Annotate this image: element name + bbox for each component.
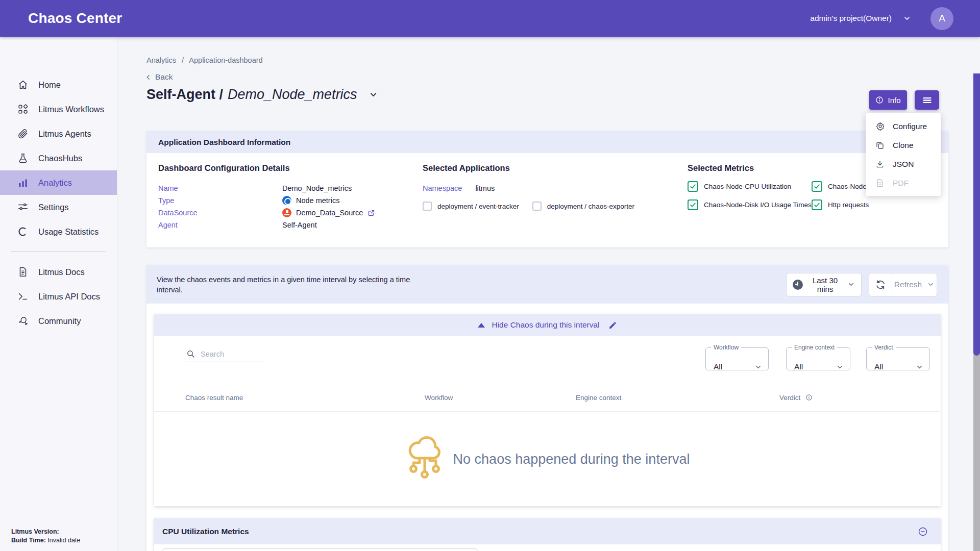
application-checkbox-chaos-exporter[interactable]: deployment / chaos-exporter [532, 202, 634, 211]
info-button-label: Info [888, 96, 900, 105]
scrollbar-track[interactable] [973, 73, 980, 551]
empty-message: No chaos happened during the interval [453, 452, 690, 467]
metric-checkbox-http-requests[interactable]: Http requests [812, 199, 945, 210]
avatar[interactable]: A [930, 7, 953, 30]
cpu-section-title: CPU Utilization Metrics [162, 527, 249, 536]
search-icon [186, 349, 195, 358]
sidebar-item-litmus-workflows[interactable]: Litmus Workflows [0, 97, 117, 121]
table-header-workflow: Workflow [425, 394, 453, 402]
breadcrumb-analytics[interactable]: Analytics [146, 56, 176, 64]
chevron-down-icon [836, 363, 844, 371]
refresh-icon [875, 279, 886, 290]
back-button[interactable]: Back [145, 72, 173, 82]
workflows-icon [17, 103, 29, 115]
metric-checkbox-disk-io-times[interactable]: Chaos-Node-Disk I/O Usage Times [688, 199, 812, 210]
sidebar-divider [11, 252, 106, 252]
namespace-label: Namespace [423, 184, 462, 192]
terminal-icon [17, 290, 29, 303]
scrollbar-thumb[interactable] [973, 73, 980, 356]
sidebar-item-analytics[interactable]: Analytics [0, 170, 117, 195]
search-input[interactable] [186, 347, 264, 362]
sliders-icon [17, 201, 29, 213]
sidebar-item-usage-statistics[interactable]: Usage Statistics [0, 219, 117, 244]
sidebar-item-settings[interactable]: Settings [0, 195, 117, 219]
workflow-filter[interactable]: Workflow All [705, 344, 769, 370]
collapse-minus-icon[interactable] [918, 527, 928, 537]
time-range-value: Last 30 mins [809, 276, 841, 293]
menu-item-pdf: PDF [866, 173, 941, 192]
dashboard-menu-button[interactable] [915, 90, 939, 110]
sidebar-item-label: Community [38, 316, 81, 326]
config-value: Demo_Data_Source [296, 209, 363, 217]
build-time-label: Build Time: [11, 537, 46, 544]
prometheus-icon [282, 208, 291, 217]
checkbox-checked[interactable] [812, 181, 822, 192]
usage-statistics-icon [17, 226, 29, 238]
table-header-engine-context: Engine context [576, 394, 621, 402]
chevron-down-icon[interactable] [903, 14, 911, 22]
config-row-name: Name Demo_Node_metrics [158, 182, 416, 194]
sidebar-item-label: Litmus Agents [38, 129, 91, 139]
litmus-version-label: Litmus Version: [11, 528, 59, 535]
checkbox-label: Chaos-Node-CPU Utilization [704, 183, 791, 190]
datasource-link[interactable]: Demo_Data_Source [282, 208, 375, 217]
checkbox-checked[interactable] [688, 199, 698, 210]
sidebar-item-litmus-agents[interactable]: Litmus Agents [0, 121, 117, 146]
config-row-agent: Agent Self-Agent [158, 219, 416, 231]
file-icon [875, 178, 885, 188]
filter-value: All [874, 362, 883, 371]
application-checkbox-event-tracker[interactable]: deployment / event-tracker [423, 202, 519, 211]
metric-checkbox-cpu-utilization[interactable]: Chaos-Node-CPU Utilization [688, 181, 812, 192]
page-title: Self-Agent / Demo_Node_metrics [146, 87, 378, 103]
namespace-value: litmus [475, 184, 495, 192]
clock-icon [793, 280, 803, 290]
breadcrumb-application-dashboard[interactable]: Application-dashboard [189, 56, 262, 64]
refresh-now-button[interactable] [869, 273, 892, 296]
sidebar-item-litmus-docs[interactable]: Litmus Docs [0, 260, 117, 284]
sidebar-item-label: ChaosHubs [38, 154, 82, 163]
external-link-icon[interactable] [368, 209, 375, 217]
filter-value: All [794, 362, 803, 371]
menu-item-clone[interactable]: Clone [866, 136, 941, 155]
dashboard-configuration-details: Dashboard Configuration Details Name Dem… [158, 163, 416, 231]
sidebar-item-chaoshubs[interactable]: ChaosHubs [0, 146, 117, 170]
edit-pencil-icon[interactable] [608, 321, 617, 330]
gear-icon [875, 121, 885, 132]
info-icon[interactable] [805, 394, 813, 401]
chevron-down-icon [916, 363, 923, 371]
sidebar-item-label: Analytics [38, 178, 72, 188]
document-icon [17, 266, 29, 278]
chevron-down-icon [847, 281, 855, 288]
hide-chaos-toggle[interactable]: Hide Chaos during this interval [154, 314, 941, 336]
engine-context-filter[interactable]: Engine context All [786, 344, 850, 370]
checkbox-checked[interactable] [688, 181, 698, 192]
sidebar-item-label: Usage Statistics [38, 227, 99, 237]
build-time-value: Invalid date [47, 537, 80, 544]
menu-item-json[interactable]: JSON [866, 155, 941, 173]
dashboard-actions: Info [869, 90, 939, 110]
selected-applications: Selected Applications Namespace litmus d… [423, 163, 673, 211]
chevron-down-icon[interactable] [369, 90, 378, 99]
sidebar-item-community[interactable]: Community [0, 309, 117, 333]
checkbox-checked[interactable] [812, 199, 822, 210]
checkbox-label: deployment / chaos-exporter [547, 203, 634, 210]
verdict-filter[interactable]: Verdict All [866, 344, 930, 370]
caret-up-icon [478, 323, 485, 328]
home-icon [17, 79, 29, 91]
info-button[interactable]: Info [869, 90, 907, 110]
empty-state: No chaos happened during the interval [154, 412, 941, 506]
menu-item-configure[interactable]: Configure [866, 117, 941, 136]
project-selector-label[interactable]: admin's project(Owner) [810, 14, 892, 23]
config-label: Type [158, 196, 282, 205]
sidebar-item-home[interactable]: Home [0, 72, 117, 97]
config-value: Node metrics [296, 196, 339, 205]
cloud-network-icon [405, 435, 444, 484]
refresh-interval-dropdown[interactable]: Refresh [892, 273, 937, 296]
checkbox-unchecked[interactable] [423, 202, 432, 211]
checkbox-unchecked[interactable] [532, 202, 542, 211]
sidebar-item-litmus-api-docs[interactable]: Litmus API Docs [0, 284, 117, 309]
menu-item-label: PDF [893, 179, 909, 188]
main-content: Analytics / Application-dashboard Back S… [117, 37, 980, 551]
application-dashboard-information-panel: Application Dashboard Information Dashbo… [146, 131, 948, 247]
time-range-dropdown[interactable]: Last 30 mins [786, 273, 862, 296]
